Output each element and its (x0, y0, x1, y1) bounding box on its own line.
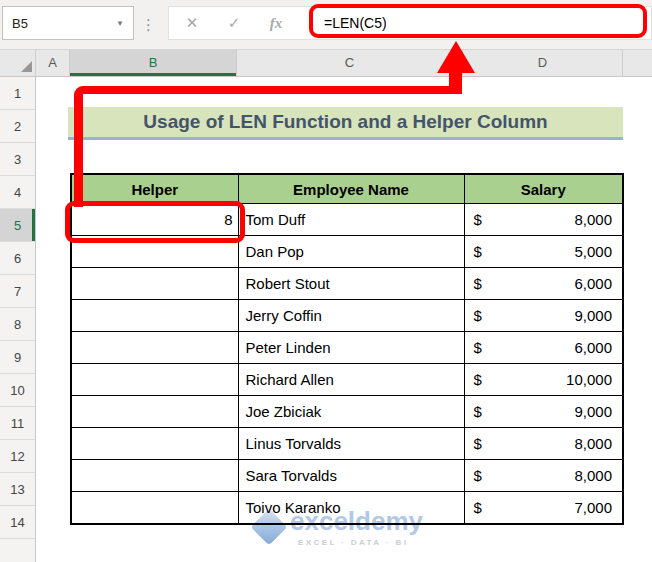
cell-b6[interactable] (71, 236, 238, 268)
row-header-14[interactable]: 14 (0, 506, 35, 539)
table-row: Robert Stout $6,000 (71, 268, 623, 300)
table-header-row: Helper Employee Name Salary (71, 174, 623, 204)
table-row: Richard Allen $10,000 (71, 364, 623, 396)
name-box-value: B5 (3, 16, 107, 31)
cell-b10[interactable] (71, 364, 238, 396)
cell-c12[interactable]: Linus Torvalds (238, 428, 464, 460)
salary-value: 9,000 (574, 403, 612, 420)
insert-function-icon[interactable]: fx (265, 7, 287, 39)
currency-symbol: $ (474, 428, 482, 459)
name-box-dropdown-icon[interactable]: ▾ (107, 18, 133, 28)
row-header-11[interactable]: 11 (0, 407, 35, 440)
salary-value: 7,000 (574, 499, 612, 516)
cell-b13[interactable] (71, 460, 238, 492)
cell-c13[interactable]: Sara Torvalds (238, 460, 464, 492)
table-row: Joe Zbiciak $9,000 (71, 396, 623, 428)
row-headers: 1 2 3 4 5 6 7 8 9 10 11 12 13 14 (0, 77, 36, 562)
cell-d13[interactable]: $8,000 (464, 460, 623, 492)
column-header-b[interactable]: B (70, 50, 237, 76)
salary-value: 9,000 (574, 307, 612, 324)
column-headers: A B C D (0, 50, 652, 77)
cell-b14[interactable] (71, 492, 238, 525)
salary-value: 6,000 (574, 275, 612, 292)
cell-c10[interactable]: Richard Allen (238, 364, 464, 396)
row-header-5[interactable]: 5 (0, 209, 35, 242)
row-header-4[interactable]: 4 (0, 176, 35, 209)
cell-d14[interactable]: $7,000 (464, 492, 623, 525)
cancel-icon[interactable]: ✕ (181, 7, 203, 39)
cell-d10[interactable]: $10,000 (464, 364, 623, 396)
salary-value: 6,000 (574, 339, 612, 356)
row-header-9[interactable]: 9 (0, 341, 35, 374)
cell-c8[interactable]: Jerry Coffin (238, 300, 464, 332)
cell-b9[interactable] (71, 332, 238, 364)
table-row: Jerry Coffin $9,000 (71, 300, 623, 332)
cell-b11[interactable] (71, 396, 238, 428)
header-employee-name[interactable]: Employee Name (238, 174, 464, 204)
row-header-3[interactable]: 3 (0, 143, 35, 176)
data-table: Helper Employee Name Salary 8 Tom Duff $… (70, 173, 624, 525)
salary-value: 8,000 (574, 211, 612, 228)
row-header-1[interactable]: 1 (0, 77, 35, 110)
header-helper[interactable]: Helper (71, 174, 238, 204)
cell-c6[interactable]: Dan Pop (238, 236, 464, 268)
cell-b5[interactable]: 8 (71, 204, 238, 236)
worksheet-grid: exceldemy EXCEL · DATA · BI 1 2 3 4 5 6 … (0, 77, 652, 562)
column-header-rest (623, 50, 652, 76)
row-header-13[interactable]: 13 (0, 473, 35, 506)
cell-d9[interactable]: $6,000 (464, 332, 623, 364)
cell-c14[interactable]: Toivo Karanko (238, 492, 464, 525)
sheet-title-cell[interactable]: Usage of LEN Function and a Helper Colum… (68, 107, 623, 140)
formula-bar-strip: B5 ▾ ⋮ ✕ ✓ fx =LEN(C5) (0, 0, 652, 50)
excel-window: B5 ▾ ⋮ ✕ ✓ fx =LEN(C5) A B C D exceldemy… (0, 0, 652, 562)
select-all-button[interactable] (0, 50, 36, 76)
cell-d12[interactable]: $8,000 (464, 428, 623, 460)
watermark-tagline: EXCEL · DATA · BI (298, 538, 408, 547)
cell-d11[interactable]: $9,000 (464, 396, 623, 428)
salary-value: 5,000 (574, 243, 612, 260)
salary-value: 8,000 (574, 467, 612, 484)
cell-c7[interactable]: Robert Stout (238, 268, 464, 300)
cell-d7[interactable]: $6,000 (464, 268, 623, 300)
column-header-a[interactable]: A (36, 50, 70, 76)
cell-b8[interactable] (71, 300, 238, 332)
currency-symbol: $ (474, 460, 482, 491)
header-salary[interactable]: Salary (464, 174, 623, 204)
table-row: Sara Torvalds $8,000 (71, 460, 623, 492)
currency-symbol: $ (474, 364, 482, 395)
cell-b7[interactable] (71, 268, 238, 300)
row-header-7[interactable]: 7 (0, 275, 35, 308)
row-header-6[interactable]: 6 (0, 242, 35, 275)
cell-d8[interactable]: $9,000 (464, 300, 623, 332)
currency-symbol: $ (474, 300, 482, 331)
formula-bar[interactable]: ✕ ✓ fx =LEN(C5) (168, 6, 652, 40)
table-row: Peter Linden $6,000 (71, 332, 623, 364)
cell-c9[interactable]: Peter Linden (238, 332, 464, 364)
table-row: Dan Pop $5,000 (71, 236, 623, 268)
cell-c11[interactable]: Joe Zbiciak (238, 396, 464, 428)
column-header-d[interactable]: D (463, 50, 623, 76)
table-row: Linus Torvalds $8,000 (71, 428, 623, 460)
table-row: Toivo Karanko $7,000 (71, 492, 623, 525)
row-header-12[interactable]: 12 (0, 440, 35, 473)
currency-symbol: $ (474, 492, 482, 523)
enter-icon[interactable]: ✓ (223, 7, 245, 39)
column-header-c[interactable]: C (237, 50, 463, 76)
formula-input[interactable]: =LEN(C5) (324, 7, 387, 39)
currency-symbol: $ (474, 268, 482, 299)
row-header-2[interactable]: 2 (0, 110, 35, 143)
row-header-10[interactable]: 10 (0, 374, 35, 407)
cell-d6[interactable]: $5,000 (464, 236, 623, 268)
table-row: 8 Tom Duff $8,000 (71, 204, 623, 236)
select-all-icon (21, 61, 32, 72)
cell-d5[interactable]: $8,000 (464, 204, 623, 236)
cell-b12[interactable] (71, 428, 238, 460)
currency-symbol: $ (474, 204, 482, 235)
salary-value: 10,000 (566, 371, 612, 388)
formula-bar-handle-icon[interactable]: ⋮ (141, 10, 155, 40)
cell-c5[interactable]: Tom Duff (238, 204, 464, 236)
currency-symbol: $ (474, 396, 482, 427)
row-header-8[interactable]: 8 (0, 308, 35, 341)
name-box[interactable]: B5 ▾ (2, 6, 134, 40)
currency-symbol: $ (474, 332, 482, 363)
